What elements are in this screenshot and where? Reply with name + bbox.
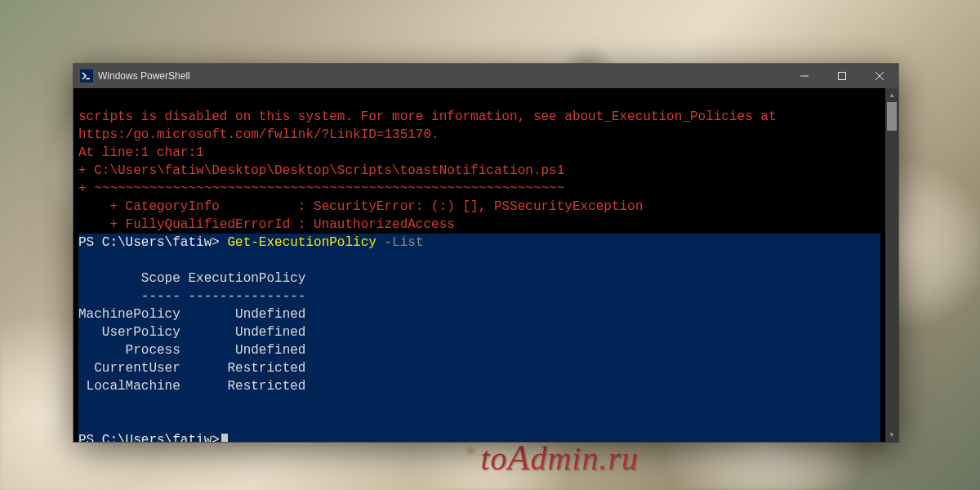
table-header: Scope ExecutionPolicy <box>78 271 305 286</box>
watermark-text: toAdmin.ru <box>480 437 639 479</box>
prompt-path: PS C:\Users\fatiw> <box>78 433 220 442</box>
prompt-path: PS C:\Users\fatiw> <box>78 235 227 250</box>
table-row: CurrentUser Restricted <box>78 361 305 376</box>
powershell-window: Windows PowerShell scripts is disabled o… <box>74 64 898 442</box>
error-line: + C:\Users\fatiw\Desktop\Desktop\Scripts… <box>78 163 564 178</box>
close-button[interactable] <box>861 64 898 88</box>
scroll-track[interactable] <box>885 102 898 428</box>
maximize-button[interactable] <box>823 64 861 88</box>
titlebar[interactable]: Windows PowerShell <box>74 64 898 88</box>
scroll-up-icon[interactable]: ▲ <box>885 88 898 102</box>
table-row: Process Undefined <box>78 343 305 358</box>
scrollbar[interactable]: ▲ ▼ <box>885 88 898 442</box>
error-line: + ~~~~~~~~~~~~~~~~~~~~~~~~~~~~~~~~~~~~~~… <box>78 181 564 196</box>
table-divider: ----- --------------- <box>78 289 305 304</box>
command-param: -List <box>376 235 424 250</box>
error-line: scripts is disabled on this system. For … <box>78 109 777 124</box>
terminal-output[interactable]: scripts is disabled on this system. For … <box>74 88 885 442</box>
scroll-thumb[interactable] <box>887 102 897 131</box>
table-row: MachinePolicy Undefined <box>78 307 305 322</box>
command-text: Get-ExecutionPolicy <box>227 235 376 250</box>
table-row: UserPolicy Undefined <box>78 325 305 340</box>
scroll-down-icon[interactable]: ▼ <box>885 428 898 442</box>
error-line: + FullyQualifiedErrorId : UnauthorizedAc… <box>78 217 455 232</box>
powershell-icon <box>80 69 93 82</box>
window-title: Windows PowerShell <box>98 70 786 82</box>
error-line: https:/go.microsoft.com/fwlink/?LinkID=1… <box>78 127 439 142</box>
minimize-button[interactable] <box>786 64 823 88</box>
window-controls <box>786 64 898 88</box>
svg-rect-3 <box>839 73 846 80</box>
error-line: At line:1 char:1 <box>78 145 204 160</box>
error-line: + CategoryInfo : SecurityError: (:) [], … <box>78 199 643 214</box>
cursor <box>221 434 228 442</box>
table-row: LocalMachine Restricted <box>78 379 305 394</box>
